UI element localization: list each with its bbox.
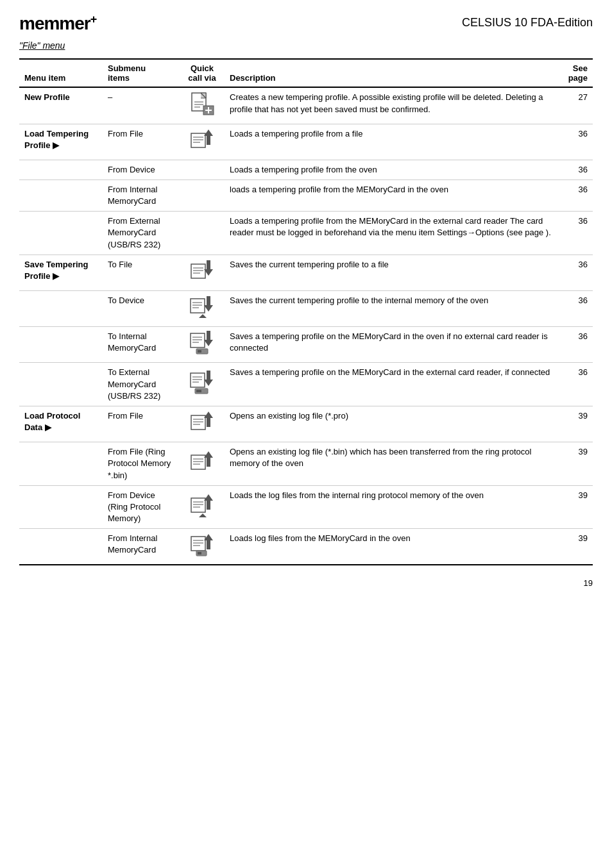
- table-row: From Internal MemoryCardloads a temperin…: [19, 179, 593, 211]
- svg-rect-38: [191, 415, 205, 430]
- svg-marker-35: [204, 371, 213, 386]
- svg-rect-54: [191, 537, 205, 551]
- logo-text: memmer+: [19, 13, 96, 33]
- menu-table: Menu item Submenuitems Quickcall via Des…: [19, 58, 593, 565]
- description: Loads a tempering profile from the MEMor…: [225, 212, 561, 255]
- svg-rect-31: [191, 373, 205, 387]
- table-row: From Internal MemoryCard Loads log files…: [19, 529, 593, 565]
- description: Loads the log files from the internal ri…: [225, 485, 561, 529]
- svg-rect-43: [191, 455, 205, 469]
- load-internal-card-icon: [187, 533, 217, 557]
- quick-call-icon: [180, 212, 225, 255]
- quick-call-icon: [180, 406, 225, 442]
- svg-marker-28: [204, 331, 213, 346]
- see-page: 36: [561, 255, 593, 290]
- save-external-icon: [187, 371, 217, 395]
- menu-item: Save Tempering Profile ▶: [19, 255, 103, 290]
- see-page: 36: [561, 212, 593, 255]
- submenu-item: From Internal MemoryCard: [103, 529, 180, 565]
- svg-rect-24: [191, 333, 205, 347]
- col-header-submenu: Submenuitems: [103, 59, 180, 87]
- submenu-item: From Device (Ring Protocol Memory): [103, 485, 180, 529]
- quick-call-icon: [180, 529, 225, 565]
- see-page: 39: [561, 442, 593, 486]
- description: Saves a tempering profile on the MEMoryC…: [225, 327, 561, 363]
- table-row: From File (Ring Protocol Memory *.bin) O…: [19, 442, 593, 486]
- table-row: Load Tempering Profile ▶From File Loads …: [19, 124, 593, 160]
- description: Opens an existing log file (*.pro): [225, 406, 561, 442]
- col-header-quick: Quickcall via: [180, 59, 225, 87]
- col-header-see: Seepage: [561, 59, 593, 87]
- load-file-icon: [187, 410, 217, 435]
- description: Loads a tempering profile from a file: [225, 124, 561, 160]
- see-page: 27: [561, 87, 593, 124]
- table-row: To External MemoryCard (USB/RS 232) Save…: [19, 363, 593, 406]
- load-device-ring-icon: [187, 493, 217, 517]
- see-page: 39: [561, 406, 593, 442]
- menu-item: Load Tempering Profile ▶: [19, 124, 103, 160]
- svg-rect-13: [191, 264, 205, 278]
- submenu-item: From Device: [103, 160, 180, 179]
- description: Saves a tempering profile on the MEMoryC…: [225, 363, 561, 406]
- see-page: 36: [561, 363, 593, 406]
- table-header-row: Menu item Submenuitems Quickcall via Des…: [19, 59, 593, 87]
- submenu-item: From Internal MemoryCard: [103, 179, 180, 211]
- table-row: From Device (Ring Protocol Memory) Loads…: [19, 485, 593, 529]
- see-page: 36: [561, 327, 593, 363]
- quick-call-icon: [180, 442, 225, 486]
- col-header-desc: Description: [225, 59, 561, 87]
- save-internal-icon: [187, 331, 217, 355]
- quick-call-icon: [180, 363, 225, 406]
- col-header-menu: Menu item: [19, 59, 103, 87]
- product-title: CELSIUS 10 FDA-Edition: [462, 16, 593, 29]
- table-row: To Device Saves the current tempering pr…: [19, 291, 593, 327]
- description: Saves the current tempering profile to t…: [225, 291, 561, 327]
- table-row: To Internal MemoryCard Saves a tempering…: [19, 327, 593, 363]
- page-number: 19: [19, 578, 593, 588]
- save-device-icon: [187, 295, 217, 319]
- menu-title: "File" menu: [19, 40, 593, 51]
- quick-call-icon: [180, 485, 225, 529]
- quick-call-icon: [180, 255, 225, 290]
- svg-rect-8: [191, 133, 205, 147]
- new-profile-icon: [187, 92, 217, 116]
- page-header: memmer+ CELSIUS 10 FDA-Edition: [19, 13, 593, 34]
- see-page: 39: [561, 485, 593, 529]
- submenu-item: From File: [103, 406, 180, 442]
- quick-call-icon: [180, 291, 225, 327]
- table-row: From External MemoryCard (USB/RS 232)Loa…: [19, 212, 593, 255]
- logo: memmer+: [19, 13, 96, 34]
- description: Loads a tempering profile from the oven: [225, 160, 561, 179]
- menu-item: [19, 485, 103, 529]
- table-row: New Profile– Creates a new tempering pro…: [19, 87, 593, 124]
- menu-item: Load Protocol Data ▶: [19, 406, 103, 442]
- quick-call-icon: [180, 160, 225, 179]
- menu-item: [19, 327, 103, 363]
- load-file-icon: [187, 128, 217, 153]
- svg-rect-60: [198, 552, 201, 555]
- menu-item: [19, 160, 103, 179]
- quick-call-icon: [180, 327, 225, 363]
- description: Loads log files from the MEMoryCard in t…: [225, 529, 561, 565]
- description: Saves the current tempering profile to a…: [225, 255, 561, 290]
- menu-item: [19, 179, 103, 211]
- description: Creates a new tempering profile. A possi…: [225, 87, 561, 124]
- submenu-item: –: [103, 87, 180, 124]
- submenu-item: To File: [103, 255, 180, 290]
- save-file-icon: [187, 259, 217, 283]
- load-file-icon: [187, 450, 217, 474]
- menu-item: New Profile: [19, 87, 103, 124]
- submenu-item: From External MemoryCard (USB/RS 232): [103, 212, 180, 255]
- menu-item: [19, 442, 103, 486]
- svg-marker-22: [204, 296, 213, 312]
- svg-marker-53: [199, 513, 207, 517]
- menu-item: [19, 529, 103, 565]
- svg-marker-23: [199, 314, 207, 318]
- svg-rect-37: [196, 390, 201, 392]
- svg-rect-30: [198, 350, 201, 353]
- submenu-item: From File (Ring Protocol Memory *.bin): [103, 442, 180, 486]
- menu-item: [19, 291, 103, 327]
- see-page: 36: [561, 160, 593, 179]
- quick-call-icon: [180, 87, 225, 124]
- svg-rect-48: [191, 498, 205, 512]
